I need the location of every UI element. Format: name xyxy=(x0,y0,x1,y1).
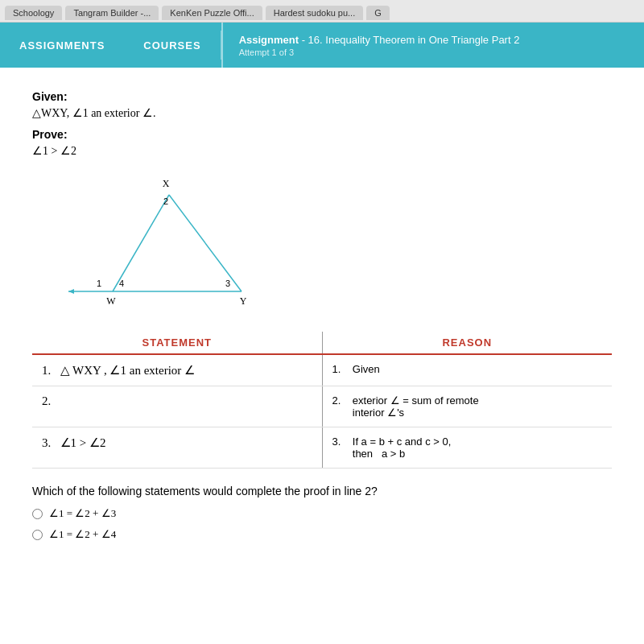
svg-text:W: W xyxy=(106,295,116,307)
nav-assignment-info: Assignment - 16. Inequality Theorem in O… xyxy=(221,23,536,68)
svg-text:3: 3 xyxy=(225,279,230,288)
main-content: Given: △WXY, ∠1 an exterior ∠. Prove: ∠1… xyxy=(0,68,644,572)
nav-bar: ASSIGNMENTS COURSES Assignment - 16. Ine… xyxy=(0,23,644,68)
option-1-label: ∠1 = ∠2 + ∠3 xyxy=(49,507,116,520)
nav-assignments[interactable]: ASSIGNMENTS xyxy=(0,23,124,68)
tab-tangram[interactable]: Tangram Builder -... xyxy=(65,6,159,20)
reason-1: 1. Given xyxy=(322,354,612,386)
table-row: 3. ∠1 > ∠2 3. If a = b + c and c > 0, th… xyxy=(32,427,612,469)
tab-sudoku[interactable]: Hardest sudoku pu... xyxy=(266,6,364,20)
option-2-label: ∠1 = ∠2 + ∠4 xyxy=(49,528,116,541)
statement-2: 2. xyxy=(32,386,322,427)
table-header-reason: REASON xyxy=(322,332,612,354)
svg-text:Y: Y xyxy=(240,295,247,307)
nav-attempt-label: Attempt 1 of 3 xyxy=(239,47,520,57)
nav-assignment-name: - 16. Inequality Theorem in One Triangle… xyxy=(299,34,519,46)
nav-assignment-title: Assignment - 16. Inequality Theorem in O… xyxy=(239,34,520,46)
given-heading: Given: xyxy=(32,90,612,103)
statement-1: 1. △ WXY , ∠1 an exterior ∠ xyxy=(32,354,322,386)
tab-google[interactable]: G xyxy=(366,6,390,20)
nav-courses[interactable]: COURSES xyxy=(124,23,220,68)
prove-heading: Prove: xyxy=(32,128,612,141)
reason-2: 2. exterior ∠ = sum of remote interior ∠… xyxy=(322,386,612,427)
prove-text: ∠1 > ∠2 xyxy=(32,144,612,158)
reason-3: 3. If a = b + c and c > 0, then a > b xyxy=(322,427,612,469)
table-row: 2. 2. exterior ∠ = sum of remote interio… xyxy=(32,386,612,427)
triangle-diagram: X 2 W Y 1 4 3 xyxy=(64,172,290,317)
table-row: 1. △ WXY , ∠1 an exterior ∠ 1. Given xyxy=(32,354,612,386)
svg-text:X: X xyxy=(163,178,170,189)
svg-text:2: 2 xyxy=(163,196,168,206)
svg-marker-4 xyxy=(68,289,74,294)
table-header-statement: STATEMENT xyxy=(32,332,322,354)
proof-table: STATEMENT REASON 1. △ WXY , ∠1 an exteri… xyxy=(32,332,612,469)
svg-line-1 xyxy=(169,195,242,291)
triangle-svg: X 2 W Y 1 4 3 xyxy=(64,172,290,317)
radio-option-2[interactable] xyxy=(32,530,43,540)
browser-tab-bar: Schoology Tangram Builder -... KenKen Pu… xyxy=(0,0,644,23)
tab-kenken[interactable]: KenKen Puzzle Offi... xyxy=(162,6,262,20)
option-2[interactable]: ∠1 = ∠2 + ∠4 xyxy=(32,528,612,541)
given-text: △WXY, ∠1 an exterior ∠. xyxy=(32,106,612,120)
nav-left: ASSIGNMENTS COURSES xyxy=(0,23,221,68)
question-text: Which of the following statements would … xyxy=(32,485,612,497)
svg-text:4: 4 xyxy=(119,279,124,288)
svg-text:1: 1 xyxy=(97,279,101,288)
given-section: Given: △WXY, ∠1 an exterior ∠. xyxy=(32,90,612,120)
prove-section: Prove: ∠1 > ∠2 xyxy=(32,128,612,158)
option-1[interactable]: ∠1 = ∠2 + ∠3 xyxy=(32,507,612,520)
nav-assignment-label: Assignment xyxy=(239,34,299,46)
question-section: Which of the following statements would … xyxy=(32,485,612,541)
radio-option-1[interactable] xyxy=(32,509,43,519)
svg-line-0 xyxy=(113,195,169,291)
tab-schoology[interactable]: Schoology xyxy=(5,6,62,20)
statement-3: 3. ∠1 > ∠2 xyxy=(32,427,322,469)
